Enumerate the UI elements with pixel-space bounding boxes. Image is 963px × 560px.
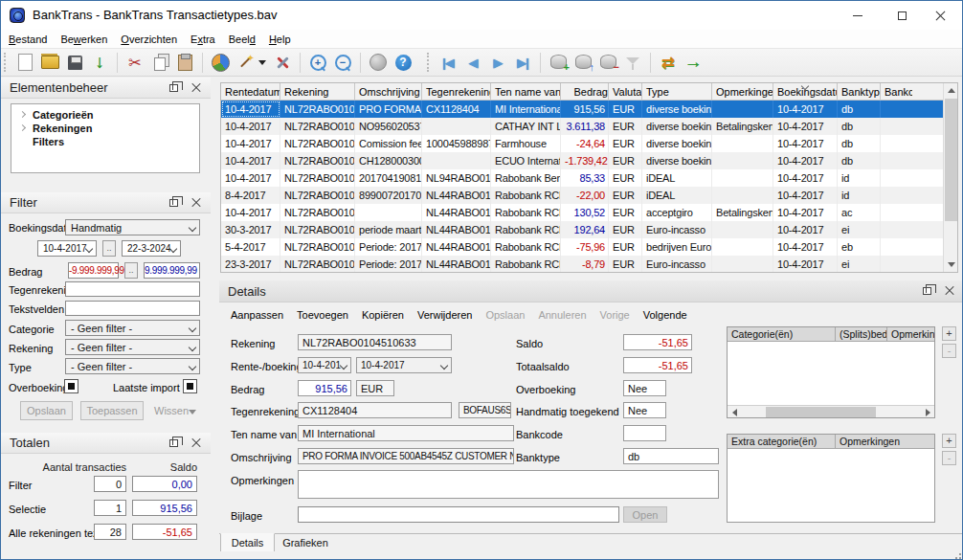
cell[interactable]: periode maart 20...: [355, 221, 422, 238]
cell[interactable]: 2017041908123...: [355, 169, 422, 187]
add-record-icon[interactable]: +: [546, 51, 571, 74]
chevron-right-icon[interactable]: [19, 124, 26, 131]
cell[interactable]: 10-4-2017: [773, 187, 838, 204]
cell[interactable]: Euro-incasso: [642, 221, 712, 238]
cell[interactable]: Rabobank RCKV: [491, 238, 561, 256]
cell[interactable]: 10-4-2017: [773, 256, 838, 272]
cell[interactable]: NL72RABO01045...: [280, 118, 355, 135]
rekening-field[interactable]: NL72RABO0104510633: [298, 334, 452, 350]
float-panel-icon[interactable]: [169, 84, 178, 92]
cell[interactable]: diverse boekingen: [642, 118, 712, 135]
column-header-type[interactable]: Type: [642, 83, 712, 101]
cell[interactable]: [712, 169, 773, 187]
cell[interactable]: NL44RABO01234...: [422, 187, 491, 204]
cell[interactable]: 85,33: [561, 169, 609, 187]
bedrag-min-input[interactable]: -9.999.999,99: [68, 262, 119, 279]
tree-item-filters[interactable]: Filters: [11, 135, 199, 147]
float-panel-icon[interactable]: [169, 199, 178, 207]
bedrag-field[interactable]: 915,56: [298, 380, 351, 396]
copy-icon[interactable]: [147, 51, 172, 74]
cell[interactable]: [881, 238, 943, 256]
cell[interactable]: Farmhouse: [491, 135, 561, 152]
cell[interactable]: 130,52: [561, 204, 609, 221]
cell[interactable]: EUR: [609, 221, 642, 238]
cell[interactable]: EUR: [609, 187, 642, 204]
cell[interactable]: NL72RABO01045...: [280, 101, 355, 118]
details-menu-volgende[interactable]: Volgende: [643, 309, 687, 321]
minimize-button[interactable]: [841, 1, 874, 30]
cell[interactable]: EUR: [609, 256, 642, 272]
save-icon[interactable]: [62, 51, 87, 74]
cell[interactable]: [712, 187, 773, 204]
cell[interactable]: MI International: [491, 101, 561, 118]
cell[interactable]: [881, 101, 943, 118]
valuta-field[interactable]: EUR: [356, 380, 394, 396]
cell[interactable]: PRO FORMA INV...: [355, 101, 422, 118]
cell[interactable]: bedrijven Euro-in...: [642, 238, 712, 256]
table-row[interactable]: 30-3-2017NL72RABO01045...periode maart 2…: [221, 221, 943, 238]
cell[interactable]: 10-4-2017: [773, 101, 838, 118]
cell[interactable]: EUR: [609, 152, 642, 169]
cell[interactable]: EUR: [609, 204, 642, 221]
add-extra-categorie-button[interactable]: +: [942, 434, 956, 448]
boekingsdatum-select[interactable]: Handmatig: [65, 219, 200, 235]
cell[interactable]: -75,96: [561, 238, 609, 256]
ten-name-van-field[interactable]: MI International: [298, 425, 514, 441]
cell[interactable]: Euro-incasso: [642, 256, 712, 272]
cell[interactable]: NL72RABO01045...: [280, 221, 355, 238]
cell[interactable]: 10-4-2017: [221, 135, 280, 152]
add-categorie-button[interactable]: +: [942, 326, 956, 341]
cut-icon[interactable]: [123, 51, 147, 74]
cell[interactable]: id: [838, 169, 881, 187]
opslaan-button[interactable]: Opslaan: [20, 401, 73, 420]
cell[interactable]: iDEAL: [642, 169, 712, 187]
cell[interactable]: id: [838, 187, 881, 204]
cell[interactable]: [422, 118, 491, 135]
scroll-up-icon[interactable]: [944, 83, 958, 98]
cell[interactable]: NL72RABO01045...: [280, 152, 355, 169]
cell[interactable]: ac: [838, 204, 881, 221]
categorie-grid-hscrollbar[interactable]: [728, 405, 934, 417]
close-button[interactable]: [924, 1, 956, 30]
date-range-button[interactable]: ..: [102, 240, 116, 257]
laatste-import-checkbox[interactable]: [183, 379, 197, 393]
float-panel-icon[interactable]: [169, 439, 178, 447]
last-record-icon[interactable]: ▶|: [510, 51, 535, 74]
zoom-in-icon[interactable]: [305, 51, 330, 74]
cell[interactable]: EUR: [609, 118, 642, 135]
scrollbar-thumb[interactable]: [945, 99, 957, 221]
cell[interactable]: ECUO International: [491, 152, 561, 169]
cell[interactable]: 10-4-2017: [773, 152, 838, 169]
cell[interactable]: Periode: 2017-04...: [355, 238, 422, 256]
next-record-icon[interactable]: ▶: [485, 51, 510, 74]
bijlage-input[interactable]: [298, 506, 619, 523]
table-row[interactable]: 8-4-2017NL72RABO01045...8990072017091...…: [221, 187, 943, 204]
scrollbar-thumb[interactable]: [766, 407, 876, 417]
cell[interactable]: iDEAL: [642, 187, 712, 204]
rentedatum-select[interactable]: 10-4-201: [298, 357, 351, 373]
cell[interactable]: NL72RABO01045...: [280, 169, 355, 187]
cell[interactable]: Comission fee Ja...: [355, 135, 422, 152]
remove-categorie-button[interactable]: -: [942, 344, 956, 358]
grid-vertical-scrollbar[interactable]: [943, 83, 957, 272]
globe-icon[interactable]: [366, 51, 391, 74]
menu-item-bestand[interactable]: Bestand: [9, 34, 47, 45]
cell[interactable]: [881, 187, 943, 204]
cell[interactable]: EUR: [609, 169, 642, 187]
cell[interactable]: 10-4-2017: [221, 152, 280, 169]
cell[interactable]: ei: [838, 256, 881, 272]
cell[interactable]: 3.611,38: [561, 118, 609, 135]
cell[interactable]: Periode: 2017-04...: [355, 256, 422, 272]
cell[interactable]: NL44RABO01234...: [422, 204, 491, 221]
cell[interactable]: 10-4-2017: [773, 169, 838, 187]
cell[interactable]: 30-3-2017: [221, 221, 280, 238]
cell[interactable]: 8990072017091...: [355, 187, 422, 204]
column-header[interactable]: Opmerkingen: [887, 327, 934, 341]
menu-item-beeld[interactable]: Beeld: [229, 34, 256, 45]
paste-icon[interactable]: [172, 51, 197, 74]
details-menu-verwijderen[interactable]: Verwijderen: [417, 309, 472, 321]
cell[interactable]: [712, 152, 773, 169]
cell[interactable]: -24,64: [561, 135, 609, 152]
column-header[interactable]: Extra categorie(ën): [728, 435, 836, 448]
date-from-select[interactable]: 10-4-2017: [37, 240, 97, 257]
